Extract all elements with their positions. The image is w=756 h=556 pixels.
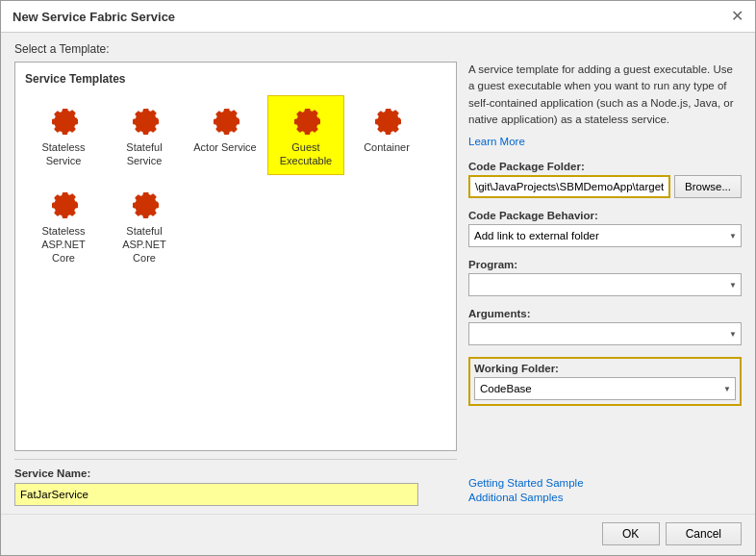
template-label-guest: Guest Executable [272,140,340,168]
gear-icon [46,186,81,220]
dialog-content: Select a Template: Service Templates Sta… [1,33,755,514]
dialog-title: New Service Fabric Service [13,10,175,24]
ok-button[interactable]: OK [602,522,660,545]
working-folder-label: Working Folder: [474,363,736,374]
left-panel: Service Templates Stateless Service [14,62,457,506]
working-folder-group: Working Folder: CodeBase Work None ▼ [468,357,742,406]
service-name-label: Service Name: [14,468,457,479]
gear-icon [369,102,404,137]
code-package-folder-row: Browse... [468,175,742,198]
template-label-container: Container [364,140,410,154]
right-panel: A service template for adding a guest ex… [468,62,742,506]
template-label-stateless-aspnet: Stateless ASP.NET Core [30,224,97,265]
title-bar: New Service Fabric Service ✕ [1,1,755,33]
working-folder-wrapper: CodeBase Work None ▼ [474,377,736,400]
gear-icon [127,186,162,220]
samples-section: Getting Started Sample Additional Sample… [468,469,742,506]
getting-started-sample-link[interactable]: Getting Started Sample [468,477,742,489]
template-label-actor: Actor Service [193,140,256,154]
service-name-input[interactable] [14,483,418,506]
working-folder-select[interactable]: CodeBase Work None [474,377,736,400]
gear-icon [208,102,242,137]
gear-icon [289,102,323,137]
code-package-behavior-group: Code Package Behavior: Add link to exter… [468,210,742,247]
close-button[interactable]: ✕ [731,9,743,24]
browse-button[interactable]: Browse... [674,175,742,198]
code-package-folder-group: Code Package Folder: Browse... [468,161,742,198]
arguments-select[interactable] [468,322,742,345]
gear-icon [127,102,162,137]
bottom-buttons: OK Cancel [1,514,755,555]
template-label-stateful: Stateful Service [111,140,178,168]
code-package-behavior-select[interactable]: Add link to external folder Copy to outp… [468,224,742,247]
arguments-group: Arguments: ▼ [468,308,742,345]
template-actor-service[interactable]: Actor Service [187,95,264,175]
templates-box: Service Templates Stateless Service [14,62,457,451]
select-template-label: Select a Template: [14,42,742,56]
program-group: Program: ▼ [468,259,742,296]
template-stateless-aspnet-core[interactable]: Stateless ASP.NET Core [25,179,102,272]
template-stateful-service[interactable]: Stateful Service [106,95,183,175]
template-stateless-service[interactable]: Stateless Service [25,95,102,175]
program-select[interactable] [468,273,742,296]
templates-grid: Stateless Service Stateful Service [25,95,446,271]
arguments-label: Arguments: [468,308,742,319]
arguments-wrapper: ▼ [468,322,742,345]
template-container[interactable]: Container [348,95,425,175]
template-guest-executable[interactable]: Guest Executable [267,95,344,175]
program-label: Program: [468,259,742,270]
code-package-folder-input[interactable] [468,175,670,198]
template-label-stateless: Stateless Service [30,140,97,168]
cancel-button[interactable]: Cancel [666,522,742,545]
description-text: A service template for adding a guest ex… [468,62,742,128]
gear-icon [46,102,81,137]
template-label-stateful-aspnet: Stateful ASP.NET Core [111,224,178,265]
additional-samples-link[interactable]: Additional Samples [468,492,742,503]
main-area: Service Templates Stateless Service [14,62,742,506]
code-package-behavior-wrapper: Add link to external folder Copy to outp… [468,224,742,247]
dialog-container: New Service Fabric Service ✕ Select a Te… [0,0,756,556]
templates-title: Service Templates [25,72,446,86]
program-wrapper: ▼ [468,273,742,296]
learn-more-link[interactable]: Learn More [468,136,742,147]
code-package-behavior-label: Code Package Behavior: [468,210,742,221]
code-package-folder-label: Code Package Folder: [468,161,742,172]
template-stateful-aspnet-core[interactable]: Stateful ASP.NET Core [106,179,183,272]
service-name-section: Service Name: [14,459,457,506]
